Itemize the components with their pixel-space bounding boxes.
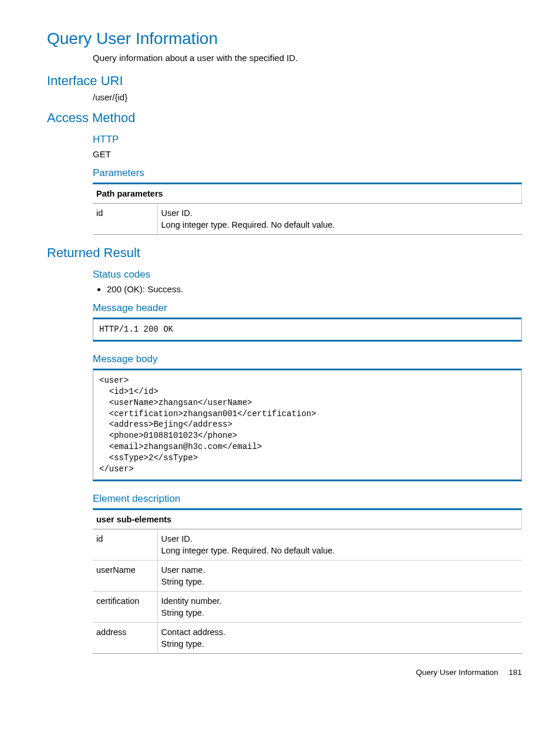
parameters-heading: Parameters	[93, 167, 522, 179]
table-row: certification Identity number. String ty…	[93, 591, 522, 622]
http-heading: HTTP	[93, 134, 522, 146]
element-name: userName	[93, 560, 157, 591]
page-description: Query information about a user with the …	[93, 53, 522, 63]
status-codes-list: 200 (OK): Success.	[93, 284, 522, 294]
param-desc: User ID. Long integer type. Required. No…	[157, 204, 522, 235]
element-desc: User name. String type.	[157, 560, 522, 591]
status-codes-heading: Status codes	[93, 269, 522, 281]
footer-page-number: 181	[508, 668, 522, 677]
element-name: certification	[93, 591, 157, 622]
page-footer: Query User Information 181	[47, 668, 522, 677]
http-method: GET	[93, 149, 522, 159]
param-name: id	[93, 204, 157, 235]
interface-uri-heading: Interface URI	[47, 73, 522, 89]
element-desc: User ID. Long integer type. Required. No…	[157, 529, 522, 560]
path-parameters-header: Path parameters	[93, 184, 522, 204]
footer-title: Query User Information	[416, 668, 498, 677]
list-item: 200 (OK): Success.	[107, 284, 522, 294]
path-parameters-table: Path parameters id User ID. Long integer…	[93, 183, 522, 235]
table-row: id User ID. Long integer type. Required.…	[93, 204, 522, 235]
message-body-heading: Message body	[93, 353, 522, 365]
element-description-table: user sub-elements id User ID. Long integ…	[93, 508, 522, 654]
element-description-heading: Element description	[93, 493, 522, 505]
table-row: userName User name. String type.	[93, 560, 522, 591]
element-desc: Identity number. String type.	[157, 591, 522, 622]
message-body-code: <user> <id>1</id> <userName>zhangsan</us…	[93, 369, 522, 481]
table-row: id User ID. Long integer type. Required.…	[93, 529, 522, 560]
elements-header: user sub-elements	[93, 509, 522, 529]
message-header-heading: Message header	[93, 302, 522, 314]
message-header-code: HTTP/1.1 200 OK	[93, 318, 522, 342]
element-name: address	[93, 622, 157, 653]
access-method-heading: Access Method	[47, 110, 522, 126]
returned-result-heading: Returned Result	[47, 245, 522, 261]
element-desc: Contact address. String type.	[157, 622, 522, 653]
page-title: Query User Information	[47, 29, 522, 48]
interface-uri-value: /user/{id}	[93, 92, 522, 102]
table-row: address Contact address. String type.	[93, 622, 522, 653]
element-name: id	[93, 529, 157, 560]
